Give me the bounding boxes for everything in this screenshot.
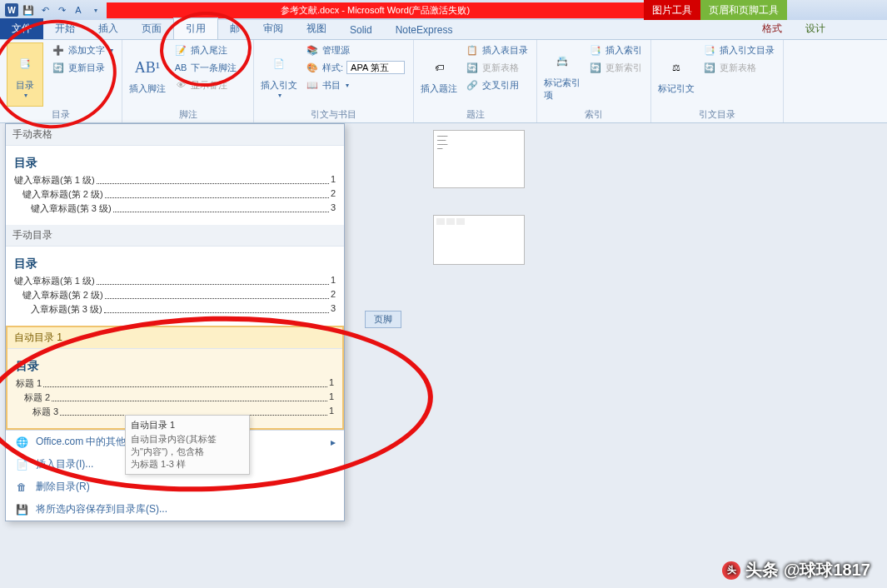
toc-button-label: 目录 [16, 79, 34, 92]
document-title: 参考文献.docx - Microsoft Word(产品激活失败) [107, 2, 644, 18]
style-icon: 🎨 [306, 61, 319, 74]
save-toc-icon: 💾 [14, 504, 29, 516]
group-toa-label: 引文目录 [658, 108, 776, 121]
style-dropdown[interactable] [346, 61, 405, 74]
update-index-button: 🔄更新索引 [587, 60, 644, 75]
group-captions-label: 题注 [421, 108, 530, 121]
group-toc: 📑 目录 ➕添加文字 🔄更新目录 目录 [0, 40, 122, 122]
quick-access-toolbar: W 💾 ↶ ↷ A [0, 3, 107, 17]
mark-citation-label: 标记引文 [658, 82, 695, 95]
ribbon-tab-strip: 文件 开始 插入 页面 引用 邮 审阅 视图 Solid NoteExpress… [0, 20, 887, 40]
group-footnotes: AB¹ 插入脚注 📝插入尾注 AB下一条脚注 👁显示备注 脚注 [122, 40, 254, 122]
header-footer-tools-tab[interactable]: 页眉和页脚工具 [700, 0, 787, 20]
watermark: 头 头条 @球球1817 [722, 559, 870, 581]
update-tof-icon: 🔄 [466, 61, 479, 74]
update-tof-button: 🔄更新表格 [464, 60, 530, 75]
tab-insert[interactable]: 插入 [87, 18, 130, 39]
biblio-icon: 📖 [306, 78, 319, 92]
tab-file[interactable]: 文件 [0, 18, 43, 39]
insert-toa-button[interactable]: 📑插入引文目录 [701, 42, 776, 57]
index-icon: 📇 [549, 48, 576, 75]
toc-button[interactable]: 📑 目录 [7, 42, 43, 107]
watermark-logo-icon: 头 [722, 561, 740, 580]
endnote-icon: 📝 [174, 43, 187, 57]
title-bar: W 💾 ↶ ↷ A 参考文献.docx - Microsoft Word(产品激… [0, 0, 887, 20]
insert-footnote-label: 插入脚注 [129, 82, 166, 95]
insert-index-icon: 📑 [589, 43, 602, 57]
group-index: 📇 标记索引项 📑插入索引 🔄更新索引 索引 [537, 40, 651, 122]
page-thumbnail-2 [433, 215, 525, 265]
insert-citation-label: 插入引文 [261, 79, 297, 92]
show-notes-button: 👁显示备注 [172, 77, 247, 92]
manage-icon: 📚 [306, 43, 319, 57]
mark-index-label: 标记索引项 [544, 77, 581, 102]
group-citations-label: 引文与书目 [261, 108, 406, 121]
update-icon: 🔄 [52, 61, 65, 74]
globe-icon: 🌐 [14, 436, 29, 448]
insert-caption-button[interactable]: 🏷 插入题注 [421, 42, 457, 107]
update-toa-icon: 🔄 [703, 61, 716, 74]
undo-icon[interactable]: ↶ [38, 3, 52, 17]
bibliography-button[interactable]: 📖书目 [304, 77, 406, 92]
tab-review[interactable]: 审阅 [252, 18, 295, 39]
tab-solid[interactable]: Solid [338, 21, 384, 39]
toc-icon: 📑 [12, 51, 38, 77]
mark-index-button[interactable]: 📇 标记索引项 [544, 42, 581, 107]
ribbon: 📑 目录 ➕添加文字 🔄更新目录 目录 AB¹ 插入脚注 📝插入尾注 AB下一条… [0, 40, 887, 123]
tab-layout[interactable]: 页面 [130, 18, 173, 39]
group-captions: 🏷 插入题注 📋插入表目录 🔄更新表格 🔗交叉引用 题注 [414, 40, 537, 122]
next-footnote-icon: AB [174, 61, 187, 74]
picture-tools-tab[interactable]: 图片工具 [644, 0, 700, 20]
toc-tooltip: 自动目录 1 自动目录内容(其标签 为"内容")，包含格 为标题 1-3 样 [125, 415, 250, 475]
insert-toc-icon: 📄 [14, 459, 29, 471]
insert-tof-button[interactable]: 📋插入表目录 [464, 42, 530, 57]
group-toc-label: 目录 [7, 108, 115, 121]
update-toc-button[interactable]: 🔄更新目录 [50, 60, 115, 75]
caption-icon: 🏷 [426, 54, 452, 81]
update-toa-button: 🔄更新表格 [701, 60, 776, 75]
footnote-icon: AB¹ [134, 54, 161, 81]
qat-more-icon[interactable] [88, 3, 102, 17]
mark-citation-button[interactable]: ⚖ 标记引文 [658, 42, 695, 107]
manual-table-template[interactable]: 目录 键入章标题(第 1 级)1 键入章标题(第 2 级)2 键入章标题(第 3… [6, 146, 344, 225]
page-thumbnail: ━━━━━━━━━━━━━━━━━━━━ [433, 130, 525, 188]
insert-footnote-button[interactable]: AB¹ 插入脚注 [129, 42, 166, 107]
tab-design[interactable]: 设计 [794, 18, 837, 39]
citation-icon: 📄 [266, 51, 292, 77]
manual-toc-header: 手动目录 [6, 225, 344, 247]
tab-format[interactable]: 格式 [750, 18, 794, 39]
add-text-button[interactable]: ➕添加文字 [50, 42, 115, 57]
tab-view[interactable]: 视图 [295, 18, 338, 39]
toc-heading-2: 目录 [14, 257, 336, 272]
menu-remove-toc[interactable]: 🗑删除目录(R) [6, 476, 344, 498]
group-footnotes-label: 脚注 [129, 108, 247, 121]
font-icon[interactable]: A [72, 3, 85, 17]
redo-icon[interactable]: ↷ [55, 3, 68, 17]
insert-index-button[interactable]: 📑插入索引 [587, 42, 644, 57]
group-toa: ⚖ 标记引文 📑插入引文目录 🔄更新表格 引文目录 [651, 40, 784, 122]
tof-icon: 📋 [466, 43, 479, 57]
tab-mail[interactable]: 邮 [218, 18, 252, 39]
remove-toc-icon: 🗑 [14, 481, 29, 493]
add-text-icon: ➕ [52, 43, 65, 57]
word-app-icon[interactable]: W [5, 3, 18, 17]
toc-heading-3: 目录 [16, 359, 334, 374]
toc-heading: 目录 [14, 156, 336, 171]
menu-save-toc[interactable]: 💾将所选内容保存到目录库(S)... [6, 498, 344, 521]
contextual-tabs: 图片工具 页眉和页脚工具 [644, 0, 787, 20]
insert-caption-label: 插入题注 [421, 82, 457, 95]
footer-label-tag[interactable]: 页脚 [365, 311, 401, 328]
insert-endnote-button[interactable]: 📝插入尾注 [172, 42, 247, 57]
crossref-icon: 🔗 [466, 78, 479, 92]
group-citations: 📄 插入引文 📚管理源 🎨样式: 📖书目 引文与书目 [254, 40, 414, 122]
manual-toc-template[interactable]: 目录 键入章标题(第 1 级)1 键入章标题(第 2 级)2 入章标题(第 3 … [6, 247, 344, 326]
save-icon[interactable]: 💾 [22, 3, 35, 17]
cross-reference-button[interactable]: 🔗交叉引用 [464, 77, 530, 92]
tab-home[interactable]: 开始 [43, 18, 87, 39]
insert-citation-button[interactable]: 📄 插入引文 [261, 42, 297, 107]
next-footnote-button[interactable]: AB下一条脚注 [172, 60, 247, 75]
citation-style-select[interactable]: 🎨样式: [304, 60, 406, 75]
tab-references[interactable]: 引用 [173, 17, 218, 39]
manage-sources-button[interactable]: 📚管理源 [304, 42, 406, 57]
tab-noteexpress[interactable]: NoteExpress [384, 21, 465, 39]
